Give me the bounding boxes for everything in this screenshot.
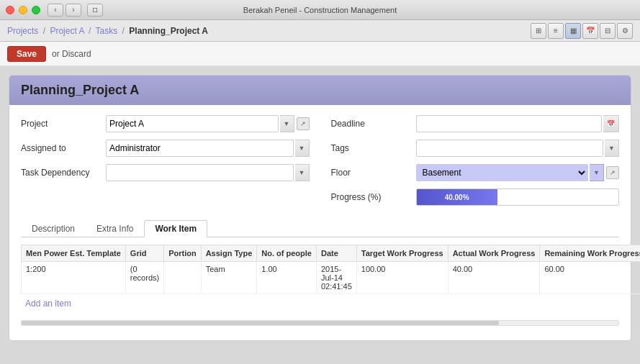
tags-select[interactable] — [416, 140, 604, 157]
breadcrumb-tasks[interactable]: Tasks — [96, 26, 118, 36]
assigned-to-row: Assigned to Administrator ▼ — [21, 140, 310, 157]
col-no-people: No. of people — [257, 245, 317, 262]
table-row: 1:200 (0 records) Team 1.00 2015-Jul-14 … — [22, 262, 641, 294]
actionbar: Save or Discard — [0, 42, 640, 66]
project-select[interactable]: Project A — [106, 115, 279, 132]
cell-assign-type: Team — [201, 262, 257, 294]
assigned-to-label: Assigned to — [21, 143, 100, 153]
floor-select[interactable]: Basement — [416, 164, 589, 181]
col-grid: Grid — [125, 245, 163, 262]
list-icon[interactable]: ≡ — [548, 23, 564, 39]
form-card: Planning_Project A Project Project A ▼ ↗… — [9, 75, 631, 341]
forward-button[interactable]: › — [66, 4, 81, 17]
tags-row: Tags ▼ — [331, 140, 620, 157]
assigned-to-select-arrow[interactable]: ▼ — [295, 140, 310, 157]
horizontal-scrollbar[interactable] — [21, 320, 619, 326]
col-date: Date — [316, 245, 356, 262]
progress-row: Progress (%) 40.00% — [331, 188, 620, 206]
calendar-icon[interactable]: 📅 — [582, 23, 598, 39]
project-label: Project — [21, 119, 100, 129]
window-title: Berakah Peneil - Construction Management — [243, 6, 397, 14]
settings-icon[interactable]: ⚙ — [617, 23, 633, 39]
task-dep-label: Task Dependency — [21, 168, 100, 178]
floor-ext-link-icon[interactable]: ↗ — [606, 166, 619, 179]
progress-bar-wrap: 40.00% — [416, 188, 620, 206]
topbar: Projects / Project A / Tasks / Planning_… — [0, 20, 640, 42]
form-body: Project Project A ▼ ↗ Assigned to Admini… — [9, 115, 631, 213]
progress-bar-fill: 40.00% — [417, 189, 497, 205]
cell-actual-wp: 40.00 — [448, 262, 540, 294]
floor-select-wrap: Basement ▼ ↗ — [416, 164, 620, 181]
save-button[interactable]: Save — [7, 46, 46, 62]
task-dep-select[interactable] — [106, 164, 294, 181]
task-dep-select-arrow[interactable]: ▼ — [295, 164, 310, 181]
form-right-col: Deadline 📅 Tags ▼ Flo — [331, 115, 620, 213]
cell-grid: (0 records) — [125, 262, 163, 294]
tags-select-wrap: ▼ — [416, 140, 620, 157]
col-remaining-wp: Remaining Work Progress — [540, 245, 640, 262]
cell-no-people: 1.00 — [257, 262, 317, 294]
floor-label: Floor — [331, 168, 410, 178]
assigned-to-select-wrap: Administrator ▼ — [106, 140, 310, 157]
tags-select-arrow[interactable]: ▼ — [605, 140, 619, 157]
assigned-to-select[interactable]: Administrator — [106, 140, 294, 157]
form-left-col: Project Project A ▼ ↗ Assigned to Admini… — [21, 115, 310, 213]
deadline-calendar-icon[interactable]: 📅 — [603, 115, 619, 132]
col-target-wp: Target Work Progress — [356, 245, 448, 262]
deadline-row: Deadline 📅 — [331, 115, 620, 132]
floor-select-arrow[interactable]: ▼ — [590, 164, 604, 181]
project-select-wrap: Project A ▼ ↗ — [106, 115, 310, 132]
project-ext-link-icon[interactable]: ↗ — [297, 117, 310, 130]
titlebar: ‹ › □ Berakah Peneil - Construction Mana… — [0, 0, 640, 20]
grid-icon[interactable]: ⊞ — [531, 23, 546, 39]
floor-row: Floor Basement ▼ ↗ — [331, 164, 620, 181]
col-actual-wp: Actual Work Progress — [448, 245, 540, 262]
add-item-link[interactable]: Add an item — [21, 294, 76, 313]
toolbar-icons: ⊞ ≡ ▦ 📅 ⊟ ⚙ — [531, 23, 633, 39]
tab-extra-info[interactable]: Extra Info — [86, 220, 144, 237]
cell-remaining-wp: 60.00 — [540, 262, 640, 294]
task-dep-select-wrap: ▼ — [106, 164, 310, 181]
deadline-input[interactable] — [416, 115, 603, 132]
minimize-button[interactable] — [19, 6, 27, 14]
breadcrumb-current: Planning_Project A — [129, 26, 208, 36]
progress-label: Progress (%) — [331, 192, 410, 202]
tab-work-item[interactable]: Work Item — [144, 220, 207, 237]
close-button[interactable] — [6, 6, 14, 14]
breadcrumb-project-a[interactable]: Project A — [50, 26, 84, 36]
discard-link[interactable]: or Discard — [52, 49, 91, 59]
cell-target-wp: 100.00 — [356, 262, 448, 294]
col-template: Men Power Est. Template — [22, 245, 126, 262]
col-assign-type: Assign Type — [201, 245, 257, 262]
breadcrumb-projects[interactable]: Projects — [7, 26, 38, 36]
tabs-wrap: Description Extra Info Work Item — [9, 213, 631, 237]
window-mode-button[interactable]: □ — [87, 4, 103, 17]
cell-portion — [164, 262, 202, 294]
col-portion: Portion — [164, 245, 202, 262]
filter-icon[interactable]: ⊟ — [600, 23, 616, 39]
kanban-icon[interactable]: ▦ — [565, 23, 581, 39]
project-select-arrow[interactable]: ▼ — [280, 115, 294, 132]
project-row: Project Project A ▼ ↗ — [21, 115, 310, 132]
traffic-lights — [6, 6, 40, 14]
tabs: Description Extra Info Work Item — [21, 220, 619, 237]
card-title: Planning_Project A — [9, 76, 631, 105]
main-content: Planning_Project A Project Project A ▼ ↗… — [0, 66, 640, 364]
tags-label: Tags — [331, 143, 410, 153]
work-item-table: Men Power Est. Template Grid Portion Ass… — [21, 245, 640, 294]
table-wrap: Men Power Est. Template Grid Portion Ass… — [9, 237, 631, 313]
progress-value: 40.00% — [445, 194, 469, 201]
task-dep-row: Task Dependency ▼ — [21, 164, 310, 181]
cell-date: 2015-Jul-14 02:41:45 — [316, 262, 356, 294]
table-header-row: Men Power Est. Template Grid Portion Ass… — [22, 245, 641, 262]
breadcrumb: Projects / Project A / Tasks / Planning_… — [7, 26, 208, 36]
scrollbar-thumb[interactable] — [22, 321, 499, 325]
deadline-label: Deadline — [331, 119, 410, 129]
deadline-input-wrap: 📅 — [416, 115, 620, 132]
back-button[interactable]: ‹ — [48, 4, 63, 17]
tab-description[interactable]: Description — [21, 220, 86, 237]
cell-template: 1:200 — [22, 262, 126, 294]
maximize-button[interactable] — [32, 6, 40, 14]
